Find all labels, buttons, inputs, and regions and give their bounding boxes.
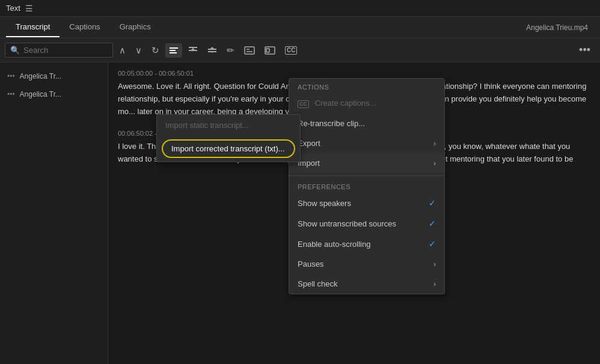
file-label: Angelica Trieu.mp4 xyxy=(526,23,594,32)
show-untranscribed-item[interactable]: Show untranscribed sources ✓ xyxy=(289,213,444,234)
svg-rect-3 xyxy=(189,47,197,48)
caption-type-button[interactable] xyxy=(261,43,279,58)
export-captions-button[interactable] xyxy=(240,43,259,58)
show-untranscribed-label: Show untranscribed sources xyxy=(298,219,396,228)
import-corrected-transcript-item[interactable]: Import corrected transcript (txt)... xyxy=(162,139,295,158)
cc-menu-icon: CC xyxy=(298,100,309,108)
sidebar-item-1-name: Angelica Tr... xyxy=(20,72,61,80)
import-arrow-icon: › xyxy=(433,159,436,168)
svg-rect-10 xyxy=(245,47,254,54)
auto-scrolling-check-icon: ✓ xyxy=(429,239,436,249)
import-label: Import xyxy=(298,159,320,168)
re-transcribe-item[interactable]: Re-transcribe clip... xyxy=(289,114,444,133)
nav-up-button[interactable]: ∧ xyxy=(115,43,129,58)
context-menu-divider xyxy=(289,175,444,176)
sidebar-item-2[interactable]: ••• Angelica Tr... xyxy=(0,85,108,103)
svg-rect-2 xyxy=(170,52,177,53)
create-captions-item[interactable]: CC Create captions... xyxy=(289,93,444,114)
tab-graphics[interactable]: Graphics xyxy=(110,17,161,37)
export-label: Export xyxy=(298,139,320,148)
show-untranscribed-check-icon: ✓ xyxy=(429,219,436,228)
spell-check-item[interactable]: Spell check › xyxy=(289,274,444,294)
search-icon: 🔍 xyxy=(10,46,20,55)
split-button[interactable] xyxy=(185,43,201,58)
spell-check-arrow-icon: › xyxy=(433,280,436,288)
sidebar-item-1[interactable]: ••• Angelica Tr... xyxy=(0,67,108,85)
sidebar-item-1-dots: ••• xyxy=(7,72,15,80)
toolbar: 🔍 ∧ ∨ ↻ ✏ xyxy=(0,38,600,62)
tab-transcript[interactable]: Transcript xyxy=(6,17,60,37)
more-options-button[interactable]: ••• xyxy=(574,41,595,59)
preferences-section-label: PREFERENCES xyxy=(289,178,444,193)
tab-bar: Transcript Captions Graphics Angelica Tr… xyxy=(0,17,600,38)
svg-rect-0 xyxy=(170,47,178,49)
show-speakers-label: Show speakers xyxy=(298,199,351,208)
create-captions-label: Create captions... xyxy=(315,99,376,108)
pauses-item[interactable]: Pauses › xyxy=(289,254,444,274)
menu-icon[interactable]: ☰ xyxy=(25,4,33,13)
svg-rect-4 xyxy=(189,50,197,51)
enable-auto-scrolling-label: Enable auto-scrolling xyxy=(298,240,370,249)
search-input[interactable] xyxy=(23,46,102,55)
tab-captions[interactable]: Captions xyxy=(60,17,109,37)
app-title: Text xyxy=(6,4,20,13)
cc-button[interactable]: CC xyxy=(281,44,301,57)
export-arrow-icon: › xyxy=(433,139,436,148)
show-speakers-check-icon: ✓ xyxy=(429,198,436,208)
export-item[interactable]: Export › xyxy=(289,133,444,153)
import-item[interactable]: Import › xyxy=(289,153,444,173)
merge-button[interactable] xyxy=(204,43,221,58)
spell-check-label: Spell check xyxy=(298,279,337,288)
pauses-label: Pauses xyxy=(298,259,323,268)
svg-rect-1 xyxy=(170,50,176,51)
enable-auto-scrolling-item[interactable]: Enable auto-scrolling ✓ xyxy=(289,234,444,254)
context-menu: ACTIONS CC Create captions... Re-transcr… xyxy=(289,78,445,294)
tab-bar-left: Transcript Captions Graphics xyxy=(6,17,161,37)
svg-marker-5 xyxy=(191,48,195,50)
context-overlay: Import static transcript... Import corre… xyxy=(289,78,445,294)
nav-down-button[interactable]: ∨ xyxy=(132,43,145,58)
search-container: 🔍 xyxy=(5,43,113,58)
show-speakers-item[interactable]: Show speakers ✓ xyxy=(289,193,444,213)
re-transcribe-label: Re-transcribe clip... xyxy=(298,119,365,128)
svg-rect-6 xyxy=(208,49,216,50)
sidebar-item-2-dots: ••• xyxy=(7,90,15,99)
sidebar: ••• Angelica Tr... ••• Angelica Tr... xyxy=(0,62,108,364)
refresh-button[interactable]: ↻ xyxy=(148,43,163,58)
pauses-arrow-icon: › xyxy=(433,260,436,268)
import-submenu: Import static transcript... Import corre… xyxy=(156,114,301,162)
sidebar-item-2-name: Angelica Tr... xyxy=(20,90,61,99)
align-button[interactable] xyxy=(165,43,182,58)
transcript-header-1: 00:05:00:00 - 00:06:50:01 xyxy=(118,70,590,77)
import-static-transcript-item[interactable]: Import static transcript... xyxy=(157,115,300,136)
top-bar: Text ☰ xyxy=(0,0,600,17)
svg-marker-9 xyxy=(210,47,214,49)
edit-button[interactable]: ✏ xyxy=(223,43,238,58)
actions-section-label: ACTIONS xyxy=(289,79,444,93)
svg-rect-14 xyxy=(266,49,269,52)
